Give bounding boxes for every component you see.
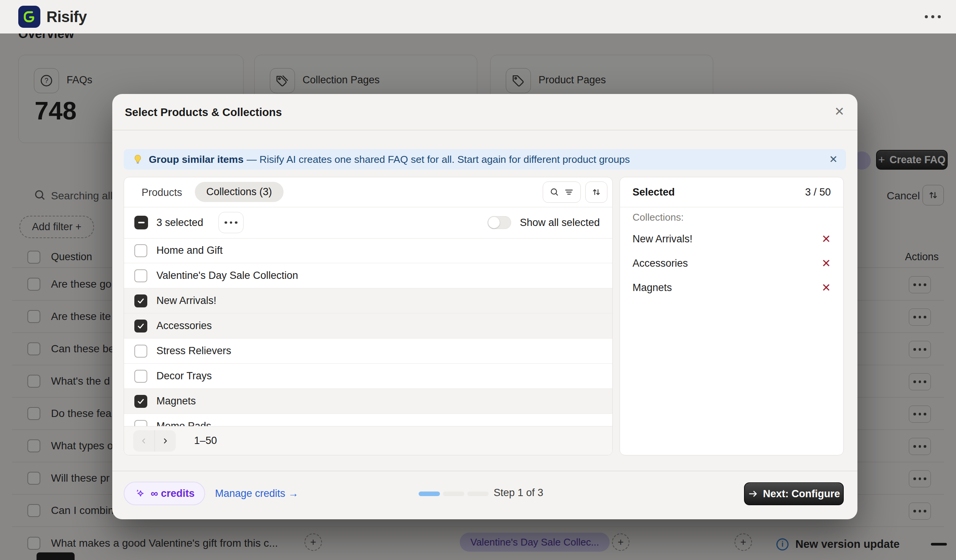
collection-list-panel: Products Collections (3) 3 selected Show… — [124, 177, 613, 455]
ellipsis-icon — [225, 221, 237, 224]
chevron-right-icon — [161, 437, 169, 445]
app-window: Overview ? FAQs 748 Collection Pages Pro… — [0, 0, 956, 560]
brand-name: Risify — [46, 8, 87, 25]
toggle-label: Show all selected — [520, 217, 600, 229]
lightbulb-icon — [132, 154, 143, 165]
list-item[interactable]: New Arrivals! — [124, 288, 612, 313]
item-label: Magnets — [156, 395, 196, 407]
selected-item: New Arrivals!✕ — [620, 227, 843, 251]
pagination-bar: 1–50 — [124, 426, 612, 455]
tab-collections[interactable]: Collections (3) — [195, 182, 284, 202]
item-checkbox-checked[interactable] — [134, 395, 147, 408]
item-label: New Arrivals! — [156, 295, 217, 307]
search-icon — [550, 187, 559, 197]
item-checkbox[interactable] — [134, 269, 147, 282]
credits-badge: ∞ credits — [124, 482, 205, 505]
arrow-right-icon — [748, 488, 758, 499]
sort-button[interactable] — [585, 181, 607, 203]
item-label: Home and Gift — [156, 245, 223, 256]
list-item[interactable]: Accessories — [124, 313, 612, 339]
next-button-label: Next: Configure — [763, 488, 840, 500]
item-label: Valentine's Day Sale Collection — [156, 270, 298, 282]
selected-item-label: Magnets — [633, 282, 672, 294]
modal-title: Select Products & Collections — [125, 106, 282, 119]
next-configure-button[interactable]: Next: Configure — [744, 482, 844, 505]
selected-item-label: New Arrivals! — [633, 233, 693, 245]
item-label: Accessories — [156, 320, 212, 332]
tip-banner: Group similar items — Risify AI creates … — [124, 149, 846, 170]
selected-count-badge: 3 / 50 — [805, 186, 831, 198]
banner-highlight: Group similar items — [149, 154, 244, 165]
list-item[interactable]: Valentine's Day Sale Collection — [124, 263, 612, 288]
next-page-button[interactable] — [155, 430, 176, 452]
list-item[interactable]: Decor Trays — [124, 364, 612, 389]
step-indicator: Step 1 of 3 — [494, 487, 543, 499]
selected-item: Magnets✕ — [620, 275, 843, 300]
item-checkbox-checked[interactable] — [134, 320, 147, 332]
list-item[interactable]: Magnets — [124, 389, 612, 414]
bulk-actions-button[interactable] — [218, 212, 244, 233]
show-all-selected-toggle[interactable] — [488, 216, 511, 229]
item-checkbox[interactable] — [134, 345, 147, 358]
item-checkbox[interactable] — [134, 370, 147, 383]
manage-credits-link[interactable]: Manage credits → — [215, 488, 298, 500]
indeterminate-checkbox[interactable] — [134, 216, 148, 229]
divider — [112, 130, 857, 130]
selected-item: Accessories✕ — [620, 251, 843, 275]
top-bar: Risify — [0, 0, 956, 33]
filter-lines-icon — [564, 187, 574, 197]
risify-logo-icon — [18, 6, 40, 28]
banner-close-icon[interactable]: ✕ — [829, 153, 838, 165]
item-label: Stress Relievers — [156, 345, 231, 357]
overflow-menu-button[interactable] — [925, 15, 941, 18]
search-filter-button[interactable] — [543, 181, 581, 203]
item-checkbox[interactable] — [134, 244, 147, 257]
sparkles-icon — [134, 488, 146, 499]
item-checkbox-checked[interactable] — [134, 294, 147, 307]
prev-page-button[interactable] — [133, 430, 155, 452]
list-item[interactable]: Home and Gift — [124, 238, 612, 263]
credits-label: ∞ credits — [151, 488, 194, 500]
remove-icon[interactable]: ✕ — [822, 282, 831, 293]
selection-bar: 3 selected Show all selected — [124, 207, 612, 238]
selected-count: 3 selected — [156, 217, 203, 229]
chevron-left-icon — [140, 437, 148, 445]
progress-segment-3 — [467, 492, 489, 496]
sort-arrows-icon — [591, 187, 601, 197]
banner-text: — Risify AI creates one shared FAQ set f… — [247, 154, 630, 165]
tab-products[interactable]: Products — [142, 187, 182, 199]
divider — [620, 207, 843, 207]
progress-segment-1 — [419, 492, 440, 496]
item-label: Decor Trays — [156, 370, 212, 382]
progress-segment-2 — [443, 492, 464, 496]
page-range: 1–50 — [194, 435, 217, 447]
remove-icon[interactable]: ✕ — [822, 234, 831, 245]
divider — [112, 471, 857, 471]
list-item[interactable]: Stress Relievers — [124, 339, 612, 364]
select-products-modal: Select Products & Collections ✕ Group si… — [112, 94, 857, 519]
collections-group-label: Collections: — [633, 212, 684, 223]
remove-icon[interactable]: ✕ — [822, 258, 831, 269]
close-icon[interactable]: ✕ — [834, 105, 844, 118]
selected-title: Selected — [633, 186, 675, 198]
selected-item-label: Accessories — [633, 258, 688, 269]
selected-panel: Selected 3 / 50 Collections: New Arrival… — [620, 177, 844, 455]
